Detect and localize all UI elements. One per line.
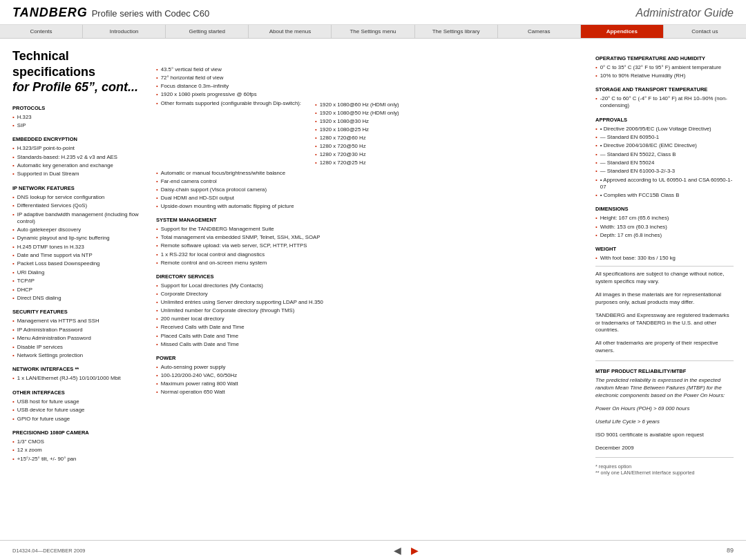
list-item: 72° horizontal field of view [156,75,583,81]
security-list: Management via HTTPS and SSH IP Administ… [12,318,144,359]
list-item: -20° C to 60° C (-4° F to 140° F) at RH … [595,95,734,109]
list-item: 1280 x 720@30 Hz [315,151,399,158]
camera-continued-list: 43.5° vertical field of view 72° horizon… [156,66,583,210]
system-management-list: Support for the TANDBERG Management Suit… [156,226,583,267]
list-item: 12 x zoom [12,447,144,454]
list-item: Support for Local directories (My Contac… [156,282,583,289]
list-item: Normal operation 650 Watt [156,389,583,396]
list-item: Date and Time support via NTP [12,252,144,259]
list-item: Focus distance 0.3m–infinity [156,83,583,90]
header-title-right: Administrator Guide [636,7,734,19]
footer-navigation: ◀ ▶ [394,545,419,556]
list-item: Unlimited entries using Server directory… [156,299,583,306]
list-item: 1 x RS-232 for local control and diagnos… [156,251,583,258]
tandberg-logo: TANDBERG [12,6,88,20]
footer-document-id: D14324.04—DECEMBER 2009 [12,548,85,554]
list-item: Other formats supported (configurable th… [156,100,583,168]
list-item: — Standard EN 61000-3-2/-3-3 [595,168,734,175]
nav-settings-menu[interactable]: The Settings menu [332,25,414,38]
section-storage-temp: STORAGE AND TRANSPORT TEMPERATURE [595,86,734,93]
list-item: 0° C to 35° C (32° F to 95° F) ambient t… [595,64,734,71]
list-item: Menu Administration Password [12,335,144,342]
approvals-list: • Directive 2006/95/EC (Low Voltage Dire… [595,126,734,200]
notice-4: All other trademarks are property of the… [595,340,734,355]
list-item: 1/3" CMOS [12,438,144,445]
list-item: H.323 [12,114,144,121]
list-item: DHCP [12,287,144,293]
footnotes: * requires option ** only one LAN/Ethern… [595,463,734,476]
list-item: Far-end camera control [156,178,583,185]
list-item: DNS lookup for service configuration [12,194,144,201]
nav-contents[interactable]: Contents [0,25,83,38]
list-item: With foot base: 330 lbs / 150 kg [595,255,734,262]
camera-list: 1/3" CMOS 12 x zoom +15°/-25° tilt, +/- … [12,438,144,463]
page-title: Technical specifications for Profile 65”… [12,48,144,95]
list-item: 1920 x 1080@25 Hz [315,126,399,133]
notice-1: All specifications are subject to change… [595,271,734,286]
list-item: 200 number local directory [156,316,583,322]
section-protocols: PROTOCOLS [12,105,144,111]
section-power: POWER [156,355,583,361]
mtbf-lifecycle: Useful Life Cycle > 6 years [595,418,734,426]
list-item: — Standard EN 55024 [595,160,734,166]
nav-appendices[interactable]: Appendices [581,25,664,38]
list-item: Packet Loss based Downspeeding [12,260,144,267]
section-security: SECURITY FEATURES [12,309,144,315]
list-item: Auto gatekeeper discovery [12,226,144,233]
page-number: 89 [727,547,734,554]
list-item: H.245 DTMF tones in H.323 [12,244,144,251]
header-left: TANDBERG Profile series with Codec C60 [12,6,209,20]
list-item: — Standard EN 60950-1 [595,134,734,141]
nav-about-menus[interactable]: About the menus [249,25,332,38]
middle-column: 43.5° vertical field of view 72° horizon… [156,48,583,476]
weight-list: With foot base: 330 lbs / 150 kg [595,255,734,262]
footnote-1: * requires option [595,463,734,470]
list-item: • Approved according to UL 60950-1 and C… [595,177,734,191]
nav-introduction[interactable]: Introduction [83,25,166,38]
list-item: Unlimited number for Corporate directory… [156,307,583,314]
list-item: Dual HDMI and HD-SDI output [156,195,583,202]
iso-text: ISO 9001 certificate is available upon r… [595,432,734,439]
list-item: Automatic or manual focus/brightness/whi… [156,170,583,177]
list-item: 1280 x 720@50 Hz [315,143,399,150]
section-dimensions: DIMENSIONS [595,206,734,212]
nav-cameras[interactable]: Cameras [498,25,581,38]
list-item: 1280 x 720@25 Hz [315,160,399,166]
list-item: Height: 167 cm (65.6 inches) [595,215,734,222]
list-item: — Standard EN 55022, Class B [595,151,734,158]
list-item: • Directive 2006/95/EC (Low Voltage Dire… [595,126,734,133]
section-camera: PRECISIONHD 1080P CAMERA [12,429,144,436]
list-item: Management via HTTPS and SSH [12,318,144,325]
nav-getting-started[interactable]: Getting started [166,25,249,38]
section-weight: WEIGHT [595,246,734,252]
dip-switch-list: 1920 x 1080@60 Hz (HDMI only) 1920 x 108… [304,102,399,168]
footnote-2: ** only one LAN/Ethernet interface suppo… [595,470,734,476]
list-item: Width: 153 cm (60.3 inches) [595,224,734,231]
list-item: 1920 x 1080@50 Hz (HDMI only) [315,110,399,117]
list-item: Support for the TANDBERG Management Suit… [156,226,583,233]
nav-contact-us[interactable]: Contact us [664,25,746,38]
section-network-interfaces: NETWORK INTERFACES ** [12,366,144,372]
list-item: USB device for future usage [12,407,144,414]
list-item: Differentiated Services (QoS) [12,202,144,209]
mtbf-text: The predicted reliability is expressed i… [595,377,734,400]
storage-temp-list: -20° C to 60° C (-4° F to 140° F) at RH … [595,95,734,109]
network-interfaces-list: 1 x LAN/Ethernet (RJ-45) 10/100/1000 Mbi… [12,375,144,382]
nav-settings-library[interactable]: The Settings library [415,25,498,38]
list-item: Dynamic playout and lip-sync buffering [12,235,144,242]
next-arrow-icon[interactable]: ▶ [411,545,419,556]
list-item: 1280 x 720@60 Hz [315,135,399,142]
list-item: Standards-based: H.235 v2 & v3 and AES [12,154,144,161]
prev-arrow-icon[interactable]: ◀ [394,545,401,556]
list-item: H.323/SIP point-to-point [12,145,144,152]
section-directory: DIRECTORY SERVICES [156,273,583,280]
section-mtbf: MTBF PRODUCT RELIABILITY/MTBF [595,368,734,374]
list-item: GPIO for future usage [12,416,144,423]
list-item: 10% to 90% Relative Humidity (RH) [595,73,734,79]
power-list: Auto-sensing power supply 100-120/200-24… [156,364,583,396]
main-content: Technical specifications for Profile 65”… [0,39,746,483]
list-item: IP Administration Password [12,327,144,334]
list-item: Remote control and on-screen menu system [156,260,583,267]
list-item: 1920 x 1080@60 Hz (HDMI only) [315,102,399,108]
section-system-management: SYSTEM MANAGEMENT [156,217,583,223]
